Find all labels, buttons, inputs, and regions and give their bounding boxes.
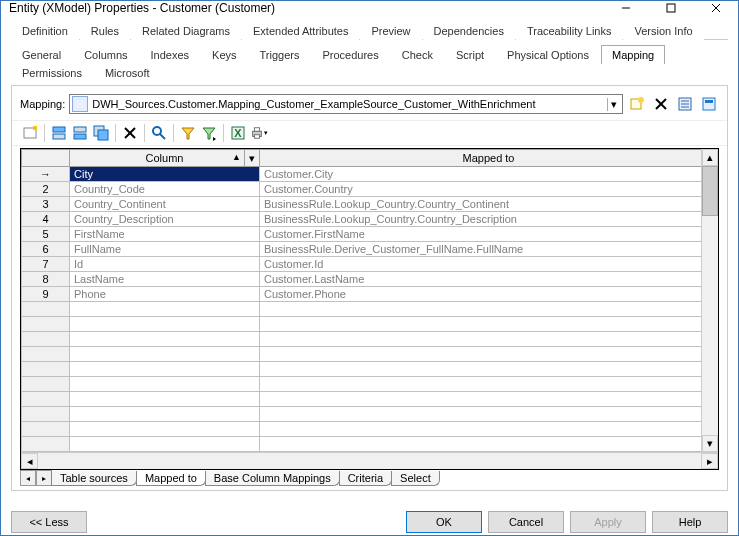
table-row-empty[interactable] bbox=[22, 347, 718, 362]
apply-button[interactable]: Apply bbox=[570, 511, 646, 533]
cell-column[interactable]: FirstName bbox=[70, 227, 260, 242]
bottom-tab-table-sources[interactable]: Table sources bbox=[51, 471, 137, 486]
insert-row-icon[interactable] bbox=[49, 123, 69, 143]
bottom-tab-base-column-mappings[interactable]: Base Column Mappings bbox=[205, 471, 340, 486]
tab-procedures[interactable]: Procedures bbox=[311, 45, 389, 64]
tab-dependencies[interactable]: Dependencies bbox=[423, 21, 515, 40]
tab-preview[interactable]: Preview bbox=[360, 21, 421, 40]
cell-column[interactable]: Phone bbox=[70, 287, 260, 302]
generate-icon[interactable] bbox=[699, 94, 719, 114]
tab-traceability-links[interactable]: Traceability Links bbox=[516, 21, 623, 40]
cell-column[interactable]: FullName bbox=[70, 242, 260, 257]
table-row-empty[interactable] bbox=[22, 392, 718, 407]
excel-export-icon[interactable]: X bbox=[228, 123, 248, 143]
last-tab-icon[interactable]: ▸ bbox=[36, 470, 52, 486]
column-header-mappedto[interactable]: Mapped to▾ bbox=[260, 150, 718, 167]
tab-rules[interactable]: Rules bbox=[80, 21, 130, 40]
scroll-right-icon[interactable]: ▸ bbox=[701, 453, 718, 469]
cell-column[interactable]: Id bbox=[70, 257, 260, 272]
duplicate-row-icon[interactable] bbox=[91, 123, 111, 143]
create-mapping-icon[interactable] bbox=[627, 94, 647, 114]
table-row[interactable]: 5FirstNameCustomer.FirstName bbox=[22, 227, 718, 242]
cell-mapped-to[interactable]: BusinessRule.Lookup_Country.Country_Desc… bbox=[260, 212, 718, 227]
table-row[interactable]: 2Country_CodeCustomer.Country bbox=[22, 182, 718, 197]
print-icon[interactable]: ▾ bbox=[249, 123, 269, 143]
table-row[interactable]: 8LastNameCustomer.LastName bbox=[22, 272, 718, 287]
table-row-empty[interactable] bbox=[22, 362, 718, 377]
first-tab-icon[interactable]: ◂ bbox=[20, 470, 36, 486]
cell-mapped-to[interactable]: Customer.Id bbox=[260, 257, 718, 272]
row-header[interactable]: 3 bbox=[22, 197, 70, 212]
row-header[interactable]: 9 bbox=[22, 287, 70, 302]
row-header[interactable]: 2 bbox=[22, 182, 70, 197]
add-row-icon[interactable] bbox=[20, 123, 40, 143]
row-header-corner[interactable] bbox=[22, 150, 70, 167]
tab-permissions[interactable]: Permissions bbox=[11, 63, 93, 82]
table-row[interactable]: 3Country_ContinentBusinessRule.Lookup_Co… bbox=[22, 197, 718, 212]
table-row-empty[interactable] bbox=[22, 407, 718, 422]
row-header[interactable]: 5 bbox=[22, 227, 70, 242]
cell-mapped-to[interactable]: Customer.Country bbox=[260, 182, 718, 197]
tab-extended-attributes[interactable]: Extended Attributes bbox=[242, 21, 359, 40]
table-row-empty[interactable] bbox=[22, 302, 718, 317]
scroll-up-icon[interactable]: ▴ bbox=[702, 149, 718, 166]
scroll-left-icon[interactable]: ◂ bbox=[21, 453, 38, 469]
table-row[interactable]: 6FullNameBusinessRule.Derive_Customer_Fu… bbox=[22, 242, 718, 257]
minimize-button[interactable] bbox=[603, 1, 648, 15]
cell-mapped-to[interactable]: Customer.LastName bbox=[260, 272, 718, 287]
table-row[interactable]: 9PhoneCustomer.Phone bbox=[22, 287, 718, 302]
bottom-tab-mapped-to[interactable]: Mapped to bbox=[136, 471, 206, 486]
tab-general[interactable]: General bbox=[11, 45, 72, 64]
close-button[interactable] bbox=[693, 1, 738, 15]
ok-button[interactable]: OK bbox=[406, 511, 482, 533]
tab-keys[interactable]: Keys bbox=[201, 45, 247, 64]
filter-settings-icon[interactable] bbox=[199, 123, 219, 143]
scroll-down-icon[interactable]: ▾ bbox=[702, 435, 718, 452]
filter-icon[interactable] bbox=[178, 123, 198, 143]
mapping-grid[interactable]: Column▲▾ Mapped to▾ →CityCustomer.City2C… bbox=[20, 148, 719, 470]
cell-mapped-to[interactable]: BusinessRule.Lookup_Country.Country_Cont… bbox=[260, 197, 718, 212]
cell-mapped-to[interactable]: Customer.City bbox=[260, 167, 718, 182]
properties-icon[interactable] bbox=[675, 94, 695, 114]
cancel-button[interactable]: Cancel bbox=[488, 511, 564, 533]
column-header-column[interactable]: Column▲▾ bbox=[70, 150, 260, 167]
table-row-empty[interactable] bbox=[22, 332, 718, 347]
tab-columns[interactable]: Columns bbox=[73, 45, 138, 64]
cell-column[interactable]: City bbox=[70, 167, 260, 182]
help-button[interactable]: Help bbox=[652, 511, 728, 533]
tab-mapping[interactable]: Mapping bbox=[601, 45, 665, 64]
mapping-combo[interactable]: ▾ bbox=[69, 94, 623, 114]
tab-script[interactable]: Script bbox=[445, 45, 495, 64]
table-row-empty[interactable] bbox=[22, 422, 718, 437]
append-row-icon[interactable] bbox=[70, 123, 90, 143]
maximize-button[interactable] bbox=[648, 1, 693, 15]
table-row[interactable]: 7IdCustomer.Id bbox=[22, 257, 718, 272]
table-row-empty[interactable] bbox=[22, 437, 718, 452]
row-header[interactable]: → bbox=[22, 167, 70, 182]
vertical-scrollbar[interactable]: ▴ ▾ bbox=[701, 149, 718, 452]
tab-related-diagrams[interactable]: Related Diagrams bbox=[131, 21, 241, 40]
tab-indexes[interactable]: Indexes bbox=[140, 45, 201, 64]
bottom-tab-select[interactable]: Select bbox=[391, 471, 440, 486]
cell-mapped-to[interactable]: Customer.FirstName bbox=[260, 227, 718, 242]
cell-column[interactable]: LastName bbox=[70, 272, 260, 287]
cell-column[interactable]: Country_Code bbox=[70, 182, 260, 197]
row-header[interactable]: 4 bbox=[22, 212, 70, 227]
delete-row-icon[interactable] bbox=[120, 123, 140, 143]
bottom-tab-criteria[interactable]: Criteria bbox=[339, 471, 392, 486]
tab-definition[interactable]: Definition bbox=[11, 21, 79, 40]
tab-check[interactable]: Check bbox=[391, 45, 444, 64]
horizontal-scrollbar[interactable]: ◂ ▸ bbox=[21, 452, 718, 469]
row-header[interactable]: 7 bbox=[22, 257, 70, 272]
row-header[interactable]: 8 bbox=[22, 272, 70, 287]
mapping-input[interactable] bbox=[92, 98, 607, 110]
tab-physical-options[interactable]: Physical Options bbox=[496, 45, 600, 64]
scroll-thumb[interactable] bbox=[702, 166, 718, 216]
table-row-empty[interactable] bbox=[22, 377, 718, 392]
row-header[interactable]: 6 bbox=[22, 242, 70, 257]
find-icon[interactable] bbox=[149, 123, 169, 143]
tab-version-info[interactable]: Version Info bbox=[623, 21, 703, 40]
cell-mapped-to[interactable]: BusinessRule.Derive_Customer_FullName.Fu… bbox=[260, 242, 718, 257]
table-row-empty[interactable] bbox=[22, 317, 718, 332]
delete-mapping-icon[interactable] bbox=[651, 94, 671, 114]
